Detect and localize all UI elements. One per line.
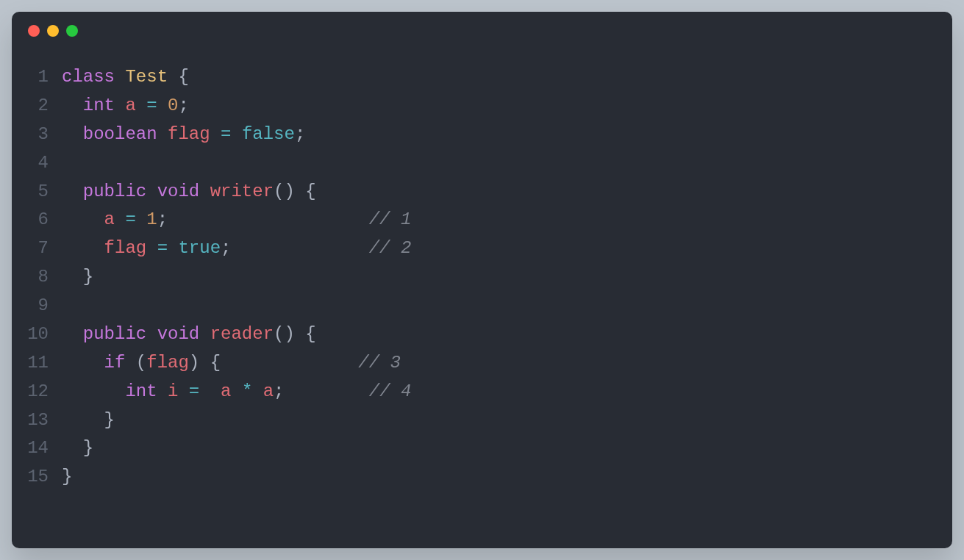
line-content[interactable]: if (flag) { // 3 (62, 349, 938, 378)
code-token: } (62, 467, 72, 487)
line-content[interactable]: } (62, 434, 938, 463)
code-token: public (83, 182, 146, 201)
line-number: 13 (26, 406, 62, 435)
line-content[interactable]: flag = true; // 2 (62, 234, 938, 263)
code-token (231, 124, 241, 144)
code-token (125, 353, 135, 373)
code-token (157, 381, 168, 401)
code-line[interactable]: 4 (26, 149, 938, 178)
line-content[interactable]: } (62, 463, 938, 492)
code-token: } (104, 410, 115, 430)
code-token: ; (295, 124, 305, 144)
code-token: flag (104, 238, 147, 258)
code-token: flag (168, 124, 210, 144)
line-content[interactable]: } (62, 406, 938, 435)
code-token: ; (178, 96, 188, 115)
code-token (62, 353, 104, 373)
close-icon[interactable] (28, 25, 40, 37)
code-token: * (242, 381, 252, 401)
code-line[interactable]: 15} (26, 463, 938, 492)
code-token: 0 (168, 96, 178, 115)
line-content[interactable] (62, 149, 938, 178)
code-token (146, 182, 157, 201)
line-number: 11 (26, 349, 62, 378)
line-content[interactable]: public void writer() { (62, 178, 938, 207)
code-token: boolean (83, 124, 157, 144)
line-number: 1 (26, 63, 62, 92)
line-number: 4 (26, 149, 62, 178)
code-token: a (221, 381, 231, 401)
line-content[interactable]: int i = a * a; // 4 (62, 378, 938, 406)
code-token (62, 267, 83, 287)
code-line[interactable]: 5 public void writer() { (26, 178, 938, 207)
code-line[interactable]: 11 if (flag) { // 3 (26, 349, 938, 378)
code-line[interactable]: 7 flag = true; // 2 (26, 234, 938, 263)
code-token: class (62, 67, 115, 87)
line-number: 5 (26, 178, 62, 207)
window-titlebar (12, 12, 952, 43)
code-line[interactable]: 6 a = 1; // 1 (26, 206, 938, 234)
code-token (231, 381, 241, 401)
code-token (115, 96, 125, 115)
code-token: } (83, 267, 93, 287)
code-token (62, 324, 83, 344)
code-token: // 3 (358, 353, 401, 373)
code-token: false (242, 124, 295, 144)
line-number: 15 (26, 463, 62, 492)
line-content[interactable]: } (62, 263, 938, 292)
line-content[interactable]: a = 1; // 1 (62, 206, 938, 234)
code-token: if (104, 353, 126, 373)
line-content[interactable]: boolean flag = false; (62, 121, 938, 149)
code-line[interactable]: 1class Test { (26, 63, 938, 92)
code-line[interactable]: 3 boolean flag = false; (26, 121, 938, 149)
code-token: } (83, 438, 93, 458)
code-line[interactable]: 12 int i = a * a; // 4 (26, 378, 938, 406)
code-token (62, 96, 83, 115)
code-token: = (221, 124, 231, 144)
code-token (115, 209, 125, 229)
code-token: flag (146, 353, 189, 373)
code-line[interactable]: 13 } (26, 406, 938, 435)
code-token (62, 209, 104, 229)
code-token: () (274, 182, 295, 201)
code-token: = (146, 96, 157, 115)
code-token: public (83, 324, 146, 344)
minimize-icon[interactable] (47, 25, 59, 37)
code-editor[interactable]: 1class Test {2 int a = 0;3 boolean flag … (12, 43, 952, 506)
code-token (62, 381, 125, 401)
code-token: ) (189, 353, 199, 373)
code-line[interactable]: 9 (26, 292, 938, 320)
line-content[interactable]: int a = 0; (62, 92, 938, 121)
maximize-icon[interactable] (66, 25, 78, 37)
line-content[interactable] (62, 292, 938, 320)
code-line[interactable]: 10 public void reader() { (26, 320, 938, 349)
code-token (168, 209, 369, 229)
code-token: i (168, 381, 178, 401)
code-line[interactable]: 14 } (26, 434, 938, 463)
code-token: ; (221, 238, 231, 258)
code-token (62, 238, 104, 258)
code-token (146, 324, 157, 344)
line-content[interactable]: class Test { (62, 63, 938, 92)
code-line[interactable]: 2 int a = 0; (26, 92, 938, 121)
code-line[interactable]: 8 } (26, 263, 938, 292)
code-token: writer (210, 182, 274, 201)
code-token: // 1 (369, 209, 412, 229)
line-number: 10 (26, 320, 62, 349)
code-token: void (157, 182, 200, 201)
line-content[interactable]: public void reader() { (62, 320, 938, 349)
code-token: Test (125, 67, 168, 87)
code-token (199, 381, 221, 401)
code-token: int (125, 381, 157, 401)
line-number: 9 (26, 292, 62, 320)
code-token (295, 324, 305, 344)
code-token: { (305, 182, 315, 201)
code-token: true (178, 238, 221, 258)
code-token: () (274, 324, 295, 344)
code-token: a (104, 209, 115, 229)
code-token (136, 96, 146, 115)
code-token: // 4 (369, 381, 412, 401)
code-token: void (157, 324, 200, 344)
line-number: 2 (26, 92, 62, 121)
line-number: 6 (26, 206, 62, 234)
